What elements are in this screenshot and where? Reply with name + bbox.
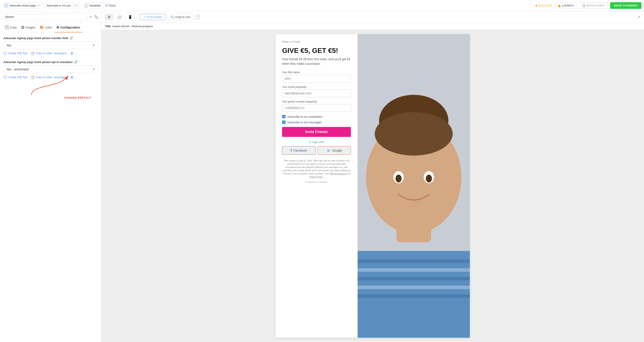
link-icon[interactable]: 🔗	[70, 36, 73, 40]
tab-configuration[interactable]: ⚙ Configuration	[54, 23, 82, 32]
change-default-arrow	[25, 71, 81, 97]
mobile-device-button[interactable]: 📱	[126, 14, 135, 21]
variables-button[interactable]: i Variables	[82, 2, 104, 9]
refer-label: Refer a Friend	[282, 40, 351, 43]
help-button[interactable]: ?	[195, 15, 200, 20]
newsletter-label: Subscribe to our newsletters	[287, 115, 323, 118]
disclaimer-text: Offer expires on Jan 01, 2050. Offer val…	[282, 159, 351, 179]
chevron-down-icon: ▲▼	[74, 4, 78, 7]
tablet-device-button[interactable]: ⬜	[115, 14, 124, 21]
page-selector[interactable]: T Advocate share page ▲▼	[2, 3, 43, 9]
field-label-phone-number: Advocate signup page show phone number f…	[4, 36, 98, 40]
svg-point-16	[426, 175, 432, 182]
invite-friends-button[interactable]: Invite Friends	[282, 127, 351, 137]
arrow-annotation-container: CHANGE DEFAULT	[4, 84, 98, 102]
launch-icon: 🔔	[558, 4, 561, 7]
copy-campaigns-label-1: Copy to other campaigns	[36, 52, 67, 55]
toolbar-divider	[137, 14, 138, 20]
svg-rect-5	[358, 268, 470, 272]
svg-point-17	[427, 192, 453, 214]
tab-images-label: Images	[26, 26, 36, 29]
variables-icon: i	[84, 4, 88, 8]
newsletter-checkbox-row: Subscribe to our newsletters	[282, 115, 351, 118]
original-size-button[interactable]: 🔍 Original size	[167, 14, 194, 20]
fit-icon: ⤢	[143, 15, 146, 19]
docs-label: Docs	[109, 4, 116, 7]
privacy-link[interactable]: Privacy Policy	[310, 176, 323, 178]
tab-color-label: Color	[45, 26, 52, 29]
title-value: maxim.dzhulii - Referral program	[112, 25, 153, 28]
campaign-selector[interactable]: Advocate is not aut... ▲▼	[44, 3, 80, 8]
external-link-icon[interactable]: ↗	[637, 15, 640, 20]
search-icon[interactable]: 🔍	[94, 15, 98, 19]
facebook-button[interactable]: f Facebook	[282, 146, 316, 155]
plus-circle-icon-2: +	[4, 76, 7, 79]
tab-copy[interactable]: T Copy	[3, 23, 19, 32]
preview-area: Refer a Friend GIVE €5, GET €5! Give fri…	[102, 30, 644, 342]
images-tab-icon: 🖼	[21, 26, 24, 29]
batch-copy-button[interactable]: 📋 BATCH COPY	[579, 2, 608, 9]
save-button[interactable]: SAVE CHANGES	[610, 2, 642, 9]
svg-rect-6	[358, 277, 470, 280]
status-dot	[536, 5, 537, 7]
promo-desc: Give friends €5 off their first order, a…	[282, 57, 351, 66]
batch-copy-icon: 📋	[582, 4, 586, 7]
color-tab-icon: 🎨	[40, 26, 44, 29]
facebook-label: Facebook	[294, 149, 307, 152]
field-actions-1: + Create A/B Test 📋 Copy to other campai…	[4, 51, 98, 55]
model-svg	[358, 34, 470, 338]
tab-configuration-label: Configuration	[60, 26, 80, 29]
search-input[interactable]	[3, 14, 88, 20]
tab-color[interactable]: 🎨 Color	[38, 23, 54, 32]
firstname-input[interactable]	[282, 75, 351, 83]
fit-to-screen-button[interactable]: ⤢ Fit to screen	[140, 14, 166, 20]
newsletter-checkbox[interactable]	[282, 115, 286, 118]
docs-button[interactable]: ✉ Docs	[105, 4, 116, 8]
config-tab-icon: ⚙	[56, 26, 59, 29]
tos-link[interactable]: Terms of Service	[330, 173, 346, 175]
svg-point-15	[396, 175, 402, 182]
field-group-phone-number: Advocate signup page show phone number f…	[4, 36, 98, 55]
email-input[interactable]	[282, 89, 351, 97]
field-label-opt-text: Advocate signup page show phone opt in c…	[4, 61, 73, 64]
svg-point-12	[375, 112, 453, 156]
clear-icon[interactable]: ✕	[89, 15, 92, 19]
sms-checkbox[interactable]	[282, 121, 286, 124]
orig-label: Original size	[175, 15, 190, 19]
facebook-icon: f	[291, 149, 292, 152]
campaign-selector-label: Advocate is not aut...	[46, 4, 72, 7]
tab-copy-label: Copy	[10, 26, 17, 29]
launch-label: LAUNCH	[562, 4, 574, 7]
model-image	[358, 34, 470, 338]
panel-content: Advocate signup page show phone number f…	[0, 32, 101, 342]
copy-to-campaigns-1-button[interactable]: 📋 Copy to other campaigns	[31, 52, 67, 55]
google-button[interactable]: G Google	[318, 146, 351, 155]
tabs-bar: T Copy 🖼 Images 🎨 Color ⚙ Configuration	[0, 23, 101, 32]
create-ab-test-2-button[interactable]: + Create A/B Test	[4, 76, 28, 79]
copy-icon-1: 📋	[31, 52, 34, 55]
social-buttons: f Facebook G Google	[282, 146, 351, 155]
ab-test-label-2: Create A/B Test	[8, 76, 28, 79]
ab-test-label-1: Create A/B Test	[8, 52, 28, 55]
status-button[interactable]: Status:Test	[536, 4, 552, 7]
firstname-label: Your first name:	[282, 71, 351, 74]
form-side: Refer a Friend GIVE €5, GET €5! Give fri…	[276, 34, 358, 338]
status-label: Status:Test	[538, 4, 552, 7]
page-selector-label: Advocate share page	[9, 4, 36, 7]
create-ab-test-1-button[interactable]: + Create A/B Test	[4, 52, 28, 55]
image-side	[358, 34, 470, 338]
phone-number-select[interactable]: Yes No	[4, 42, 98, 49]
docs-icon: ✉	[105, 4, 108, 8]
desktop-device-button[interactable]: 🖥	[105, 14, 113, 21]
preview-toolbar: 🖥 ⬜ 📱 ⤢ Fit to screen 🔍 Original size ? …	[102, 11, 644, 23]
link-icon-2[interactable]: 🔗	[74, 60, 78, 64]
powered-by: Powered by Talkable	[282, 181, 351, 183]
phone-input[interactable]	[282, 104, 351, 112]
delete-icon-1[interactable]: 🗑	[70, 51, 74, 55]
tab-images[interactable]: 🖼 Images	[19, 23, 38, 32]
batch-copy-label: BATCH COPY	[586, 4, 605, 7]
chevron-down-icon: ▲▼	[37, 4, 41, 7]
launch-button[interactable]: 🔔 LAUNCH	[554, 2, 577, 9]
copy-tab-icon: T	[5, 25, 9, 29]
field-label-text: Advocate signup page show phone number f…	[4, 37, 68, 40]
